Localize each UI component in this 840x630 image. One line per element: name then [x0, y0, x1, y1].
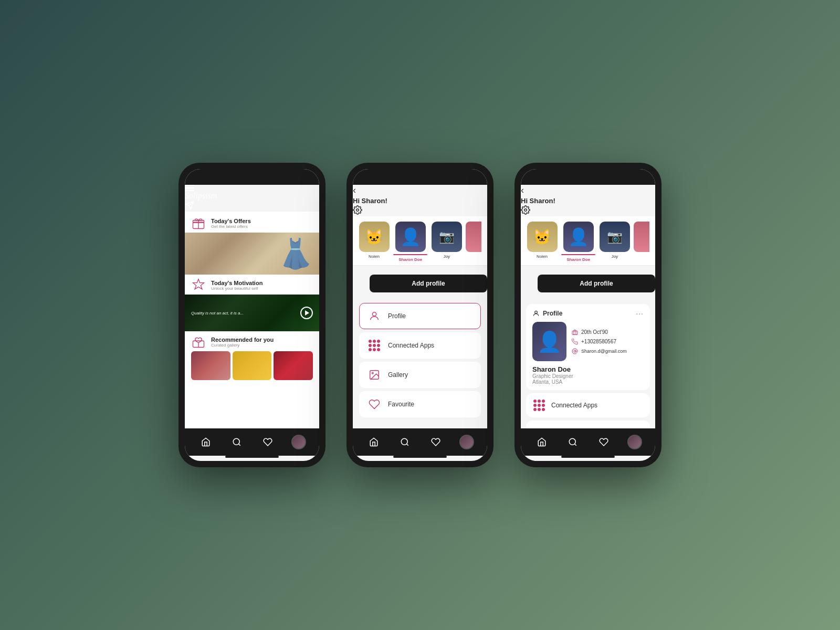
motivation-video[interactable]: Quality is not an act, it is a...	[185, 295, 319, 331]
recommended-title: Recommended for you	[211, 337, 274, 343]
connected-apps-card-3[interactable]: Connected Apps	[526, 393, 650, 417]
nav-avatar-1[interactable]	[289, 433, 308, 452]
nav-avatar-2[interactable]	[457, 433, 476, 452]
phone3-header-title: Hi Sharon!	[521, 197, 555, 205]
profile-sharon-2[interactable]: 👤 Sharon Doe	[393, 222, 427, 262]
connected-apps-menu-icon-2	[367, 338, 382, 353]
bottom-nav-3	[521, 428, 655, 456]
nolen-name-3: Nolen	[537, 254, 548, 259]
svg-line-15	[406, 444, 408, 445]
profile-sharon-3[interactable]: 👤 Sharon Doe	[561, 222, 595, 262]
phone-info-3: +13028580567	[572, 339, 644, 345]
screen-1: Solipsism	[185, 169, 319, 461]
gallery-menu-label-2: Gallery	[388, 371, 408, 379]
nav-home-3[interactable]	[532, 433, 551, 452]
settings-button-2[interactable]	[353, 205, 487, 216]
svg-point-18	[574, 350, 576, 352]
profile-overflow-2	[466, 222, 483, 262]
star-icon	[191, 278, 206, 292]
birthday-value-3: 20th Oct'90	[581, 329, 608, 335]
hamburger-menu-icon[interactable]	[185, 185, 319, 191]
profile-selector-3: 🐱 Nolen 👤 Sharon Doe	[521, 216, 655, 266]
profile-nolen-3[interactable]: 🐱 Nolen	[525, 222, 559, 262]
recommended-gallery	[185, 351, 319, 428]
video-overlay: Quality is not an act, it is a...	[185, 295, 319, 331]
profile-joy-2[interactable]: 📷 Joy	[429, 222, 464, 262]
phone-icon-3	[572, 339, 578, 345]
nav-heart-1[interactable]	[258, 433, 277, 452]
sharon-avatar-2: 👤	[395, 222, 426, 252]
play-button[interactable]	[300, 307, 313, 319]
add-profile-container-3: Add profile	[521, 266, 655, 301]
home-indicator-3	[561, 456, 615, 458]
svg-point-13	[372, 372, 373, 374]
menu-gallery-2[interactable]: Gallery	[359, 362, 481, 388]
nav-heart-3[interactable]	[594, 433, 613, 452]
phone-2: ‹ Hi Sharon! 🐱	[346, 163, 494, 467]
nav-home-1[interactable]	[196, 433, 215, 452]
profile-main-name-3: Sharon Doe	[532, 365, 644, 373]
profile-name-section-3: Sharon Doe Graphic Designer Atlanta, USA	[532, 365, 644, 385]
phone2-header: ‹ Hi Sharon!	[353, 185, 487, 216]
gallery-thumb-woman[interactable]	[191, 351, 230, 380]
overflow-avatar-2	[466, 222, 481, 252]
sharon-active-line-2	[393, 254, 427, 255]
phone1-content: Today's Offers Get the latest offers 👗	[185, 212, 319, 428]
recommended-section-header: Recommended for you Curated gallery	[185, 331, 319, 351]
profile-menu-icon-2	[367, 309, 382, 323]
svg-point-14	[401, 438, 407, 445]
profile-card-3: Profile ··· 👤	[526, 304, 650, 390]
menu-profile-2[interactable]: Profile	[359, 303, 481, 329]
sharon-avatar-img-3: 👤	[563, 222, 594, 252]
profile-nolen-2[interactable]: 🐱 Nolen	[357, 222, 391, 262]
nolen-avatar-img-2: 🐱	[359, 222, 390, 252]
profile-card-icon-3	[532, 310, 540, 317]
profile-selector-2: 🐱 Nolen 👤 Sharon Doe	[353, 216, 487, 266]
profile-card-title-3: Profile	[532, 310, 562, 317]
phone-1: Solipsism	[178, 163, 326, 467]
sharon-avatar-3: 👤	[563, 222, 594, 252]
phone-value-3: +13028580567	[581, 339, 616, 344]
connected-apps-label-3: Connected Apps	[551, 402, 597, 409]
nav-heart-2[interactable]	[426, 433, 445, 452]
sharon-avatar-img-2: 👤	[395, 222, 426, 252]
profile-joy-3[interactable]: 📷 Joy	[597, 222, 632, 262]
profile-info-list-3: 20th Oct'90 +13028580567	[572, 322, 644, 361]
joy-name-3: Joy	[612, 254, 618, 259]
more-options-button-3[interactable]: ···	[636, 309, 644, 318]
nav-search-3[interactable]	[563, 433, 582, 452]
favourite-menu-label-2: Favourite	[388, 401, 414, 408]
menu-list-2: Profile Connected Apps	[353, 301, 487, 428]
settings-button-3[interactable]	[521, 205, 655, 216]
nav-avatar-3[interactable]	[625, 433, 644, 452]
phone1-header: Solipsism	[185, 185, 319, 212]
nav-home-2[interactable]	[364, 433, 383, 452]
offers-subtitle: Get the latest offers	[211, 224, 251, 229]
add-profile-button-2[interactable]: Add profile	[370, 275, 487, 292]
profile-detail-row-3: 👤 20th Oct'90	[532, 322, 644, 361]
phone3-header: ‹ Hi Sharon!	[521, 185, 655, 216]
menu-connected-apps-2[interactable]: Connected Apps	[359, 332, 481, 359]
back-button-2[interactable]: ‹	[353, 185, 487, 196]
email-info-3: Sharon.d@gmail.com	[572, 348, 644, 354]
gallery-thumb-red[interactable]	[274, 351, 313, 380]
motivation-section-header: Today's Motivation Unlock your beautiful…	[185, 275, 319, 295]
add-profile-button-3[interactable]: Add profile	[538, 275, 655, 292]
gift-icon	[191, 216, 206, 230]
apps-grid-icon-2	[369, 340, 380, 351]
back-button-3[interactable]: ‹	[521, 185, 655, 196]
birthday-info-3: 20th Oct'90	[572, 329, 644, 335]
nav-search-2[interactable]	[395, 433, 414, 452]
nav-search-1[interactable]	[227, 433, 246, 452]
recommended-subtitle: Curated gallery	[211, 343, 274, 348]
send-icon[interactable]	[185, 201, 319, 212]
svg-marker-5	[193, 279, 204, 289]
overflow-avatar-3	[634, 222, 649, 252]
sharon-name-2: Sharon Doe	[398, 257, 422, 262]
offers-title: Today's Offers	[211, 218, 251, 224]
gallery-thumb-flower[interactable]	[233, 351, 272, 380]
heart-gift-icon	[191, 334, 206, 349]
video-quote: Quality is not an act, it is a...	[191, 311, 244, 316]
profile-card-label-3: Profile	[543, 310, 562, 317]
menu-favourite-2[interactable]: Favourite	[359, 391, 481, 417]
